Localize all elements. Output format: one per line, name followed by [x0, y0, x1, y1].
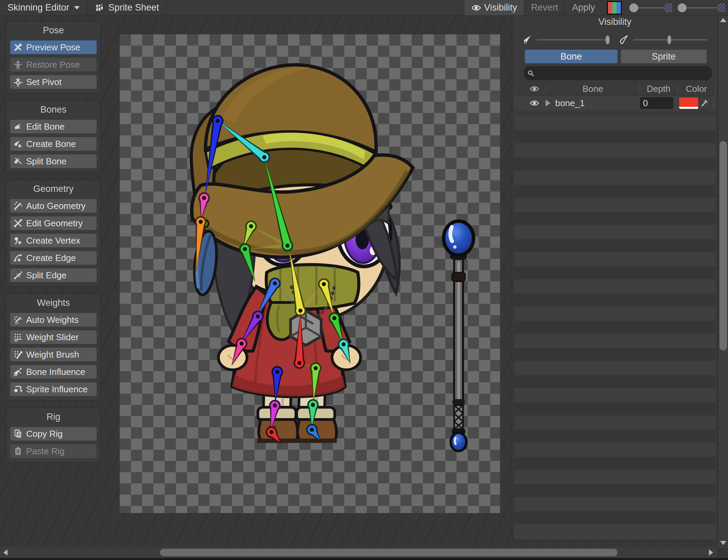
auto-geometry-label: Auto Geometry [26, 201, 86, 211]
staff-orb-top [444, 221, 474, 255]
create-vertex-button[interactable]: Create Vertex [10, 233, 97, 248]
bone-opacity-slider[interactable] [629, 3, 672, 12]
sprite-opacity-track[interactable] [686, 7, 718, 9]
geometry-section-title: Geometry [10, 182, 97, 196]
scroll-down-arrow-icon[interactable] [720, 541, 726, 545]
restore-pose-button[interactable]: Restore Pose [10, 57, 97, 72]
bone-opacity-knob[interactable] [629, 3, 638, 12]
blue-stripe [616, 2, 621, 14]
toolbar-right-group: Visibility Revert Apply [464, 0, 728, 15]
revert-label: Revert [531, 2, 558, 13]
create-bone-button[interactable]: Create Bone [10, 137, 97, 151]
auto-weights-button[interactable]: Auto Weights [10, 313, 97, 327]
auto-geometry-icon [13, 201, 23, 211]
set-pivot-button[interactable]: Set Pivot [10, 75, 97, 89]
alpha-bar [679, 107, 698, 109]
sprite-influence-icon [13, 384, 23, 394]
split-bone-label: Split Bone [26, 156, 67, 167]
set-pivot-icon [13, 77, 23, 87]
horizontal-scrollbar-thumb[interactable] [160, 549, 617, 556]
scroll-up-arrow-icon[interactable] [720, 18, 726, 22]
visibility-label: Visibility [484, 2, 517, 13]
top-toolbar: Skinning Editor Sprite Sheet Visibility … [0, 0, 728, 16]
search-icon [527, 69, 537, 77]
bones-section: Bones Edit Bone Create Bone Split Bone [6, 100, 101, 173]
create-edge-button[interactable]: Create Edge [10, 251, 97, 265]
bone-color-widget[interactable] [679, 97, 711, 109]
create-edge-icon [13, 253, 23, 263]
paste-rig-icon [13, 446, 23, 456]
sprite-color-mode-button[interactable] [607, 1, 622, 15]
create-bone-icon [13, 139, 23, 149]
pose-section: Pose Preview Pose Restore Pose Set Pivot [6, 21, 101, 94]
bone-visibility-track[interactable] [537, 39, 608, 40]
bone-influence-label: Bone Influence [26, 367, 85, 377]
column-divider [715, 84, 715, 93]
bone-opacity-track[interactable] [638, 7, 665, 9]
sprite-canvas[interactable] [120, 34, 500, 513]
copy-rig-label: Copy Rig [26, 429, 63, 439]
depth-column-label: Depth [640, 84, 677, 94]
bones-section-title: Bones [10, 103, 97, 116]
bone-filled-icon [523, 35, 533, 45]
expand-triangle-icon[interactable] [546, 100, 550, 106]
sprite-visibility-track-left[interactable] [633, 39, 667, 40]
edit-geometry-icon [13, 218, 23, 228]
edit-geometry-button[interactable]: Edit Geometry [10, 216, 97, 230]
preview-pose-icon [13, 42, 23, 52]
bone-row[interactable]: bone_1 [514, 96, 715, 110]
scroll-right-arrow-icon[interactable] [709, 549, 713, 556]
paste-rig-button[interactable]: Paste Rig [10, 444, 97, 458]
bone-visibility-eye-icon[interactable] [529, 98, 540, 108]
sprite-opacity-knob[interactable] [678, 3, 686, 12]
weight-slider-button[interactable]: Weight Slider [10, 330, 97, 344]
sprite-visibility-knob[interactable] [667, 35, 672, 44]
bone-search-field[interactable] [524, 66, 712, 80]
chevron-down-icon [74, 6, 80, 10]
bone-color-swatch-fill[interactable] [679, 97, 698, 109]
sprite-sheet-button[interactable]: Sprite Sheet [87, 0, 167, 15]
split-edge-button[interactable]: Split Edge [10, 268, 97, 282]
depth-input-box[interactable] [640, 97, 673, 109]
tab-bone[interactable]: Bone [525, 49, 618, 64]
visibility-sliders [523, 34, 707, 46]
edit-bone-label: Edit Bone [26, 121, 65, 132]
create-bone-label: Create Bone [26, 139, 76, 149]
sprite-influence-button[interactable]: Sprite Influence [10, 382, 97, 396]
set-pivot-label: Set Pivot [26, 77, 62, 87]
auto-weights-icon [13, 315, 23, 325]
create-edge-label: Create Edge [26, 253, 76, 263]
scroll-left-arrow-icon[interactable] [3, 549, 7, 556]
auto-geometry-button[interactable]: Auto Geometry [10, 199, 97, 213]
weight-brush-button[interactable]: Weight Brush [10, 347, 97, 362]
revert-button[interactable]: Revert [524, 0, 565, 15]
skinning-editor-dropdown[interactable]: Skinning Editor [0, 0, 87, 15]
window-bottom-edge [0, 558, 728, 560]
visibility-toggle-button[interactable]: Visibility [464, 0, 524, 15]
edit-bone-button[interactable]: Edit Bone [10, 119, 97, 134]
color-column-label: Color [678, 84, 715, 94]
preview-pose-button[interactable]: Preview Pose [10, 40, 97, 54]
tool-panel: Pose Preview Pose Restore Pose Set Pivot [6, 21, 101, 463]
vertical-scrollbar-thumb[interactable] [719, 141, 727, 350]
sprite-visibility-track-right[interactable] [671, 39, 707, 40]
toolbar-divider [602, 0, 602, 15]
split-bone-button[interactable]: Split Bone [10, 154, 97, 168]
apply-button[interactable]: Apply [565, 0, 602, 15]
edit-geometry-label: Edit Geometry [26, 218, 83, 229]
copy-rig-button[interactable]: Copy Rig [10, 427, 97, 441]
eye-icon [471, 3, 481, 13]
bone-visibility-knob[interactable] [606, 35, 610, 44]
sprite-opacity-slider[interactable] [678, 3, 725, 12]
search-input[interactable] [539, 68, 709, 78]
skinning-editor-window: Skinning Editor Sprite Sheet Visibility … [0, 0, 728, 560]
vertical-scrollbar[interactable] [718, 15, 728, 548]
tab-sprite[interactable]: Sprite [621, 49, 707, 64]
eyedropper-button[interactable] [698, 97, 710, 109]
split-edge-icon [13, 270, 23, 280]
horizontal-scrollbar[interactable] [0, 547, 717, 558]
split-edge-label: Split Edge [26, 270, 67, 281]
depth-input[interactable] [640, 98, 673, 109]
bone-influence-button[interactable]: Bone Influence [10, 365, 97, 379]
create-vertex-label: Create Vertex [26, 235, 80, 246]
